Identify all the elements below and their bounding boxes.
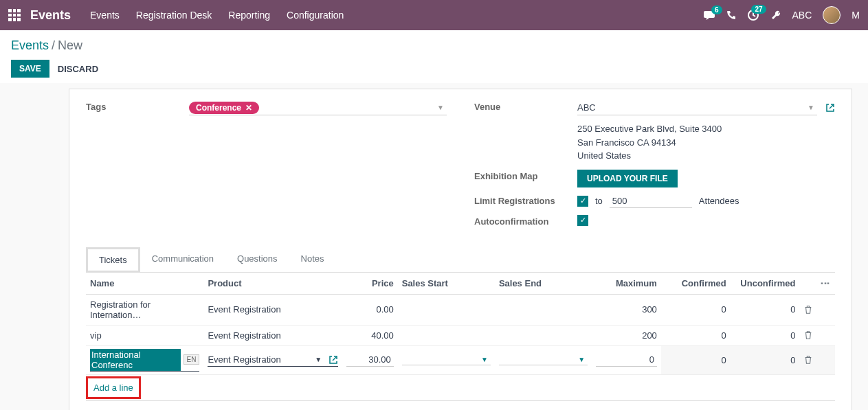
col-confirmed[interactable]: Confirmed xyxy=(661,273,731,295)
add-line-row: Add a line xyxy=(86,374,835,400)
autoconfirmation-label: Autoconfirmation xyxy=(474,215,577,227)
tools-icon[interactable] xyxy=(770,10,781,21)
messages-icon[interactable]: 6 xyxy=(703,10,715,21)
top-navbar: Events Events Registration Desk Reportin… xyxy=(0,0,868,30)
tab-questions[interactable]: Questions xyxy=(225,247,289,273)
sales-start-input[interactable]: ▼ xyxy=(402,354,491,365)
messages-badge: 6 xyxy=(711,5,722,14)
ticket-name-input[interactable]: International Conferenc EN xyxy=(90,349,199,372)
user-name[interactable]: ABC xyxy=(792,10,812,21)
nav-menu: Events Registration Desk Reporting Confi… xyxy=(90,10,703,21)
venue-field[interactable]: ABC ▼ xyxy=(577,100,817,115)
breadcrumb: Events/New xyxy=(11,38,857,53)
external-link-icon[interactable] xyxy=(329,355,338,365)
table-row[interactable]: vip Event Registration 40.00 200 0 0 xyxy=(86,325,835,345)
upload-file-button[interactable]: UPLOAD YOUR FILE xyxy=(577,170,678,187)
total-confirmed: 0 xyxy=(661,400,731,410)
col-product[interactable]: Product xyxy=(203,273,342,295)
product-select[interactable]: Event Registration ▼ xyxy=(208,353,338,367)
maximum-input[interactable] xyxy=(596,353,657,367)
form-left-col: Tags Conference ✕ ▼ xyxy=(86,100,447,234)
form-sheet: Tags Conference ✕ ▼ Venue ABC xyxy=(69,89,852,410)
tag-conference[interactable]: Conference ✕ xyxy=(189,102,259,114)
user-suffix: M xyxy=(852,10,860,21)
save-button[interactable]: SAVE xyxy=(11,60,49,78)
limit-value-input[interactable] xyxy=(610,194,692,208)
activities-badge: 27 xyxy=(751,5,766,14)
tab-notes[interactable]: Notes xyxy=(289,247,336,273)
tag-remove-icon[interactable]: ✕ xyxy=(245,103,252,113)
tags-label: Tags xyxy=(86,100,189,112)
page-header: Events/New SAVE DISCARD xyxy=(0,30,868,83)
tab-communication[interactable]: Communication xyxy=(140,247,225,273)
menu-registration-desk[interactable]: Registration Desk xyxy=(136,10,212,21)
col-maximum[interactable]: Maximum xyxy=(592,273,661,295)
chevron-down-icon: ▼ xyxy=(481,356,488,363)
breadcrumb-current: New xyxy=(58,38,82,52)
limit-registrations-label: Limit Registrations xyxy=(474,194,577,206)
tab-tickets[interactable]: Tickets xyxy=(86,247,140,273)
menu-configuration[interactable]: Configuration xyxy=(287,10,344,21)
chevron-down-icon[interactable]: ▼ xyxy=(312,356,324,363)
col-sales-start[interactable]: Sales Start xyxy=(398,273,495,295)
chevron-down-icon[interactable]: ▼ xyxy=(434,104,447,111)
phone-icon[interactable] xyxy=(726,10,736,20)
menu-reporting[interactable]: Reporting xyxy=(228,10,270,21)
menu-events[interactable]: Events xyxy=(90,10,120,21)
breadcrumb-root[interactable]: Events xyxy=(11,38,49,52)
limit-registrations-checkbox[interactable]: ✓ xyxy=(577,196,588,207)
limit-to-text: to xyxy=(595,196,603,206)
add-line-link[interactable]: Add a line xyxy=(86,376,141,399)
apps-icon[interactable] xyxy=(8,9,21,21)
table-row[interactable]: Registration for Internation… Event Regi… xyxy=(86,294,835,325)
venue-address: 250 Executive Park Blvd, Suite 3400 San … xyxy=(577,122,835,163)
lang-button[interactable]: EN xyxy=(183,354,200,365)
discard-button[interactable]: DISCARD xyxy=(58,64,98,74)
limit-suffix: Attendees xyxy=(699,196,739,206)
activities-icon[interactable]: 27 xyxy=(747,9,759,21)
autoconfirmation-checkbox[interactable]: ✓ xyxy=(577,215,588,226)
totals-row: 500 0 0 xyxy=(86,400,835,410)
chevron-down-icon: ▼ xyxy=(578,356,585,363)
chevron-down-icon[interactable]: ▼ xyxy=(805,104,817,111)
exhibition-map-label: Exhibition Map xyxy=(474,170,577,181)
tab-bar: Tickets Communication Questions Notes xyxy=(86,247,835,273)
table-options-icon[interactable]: ⋮ xyxy=(821,279,831,286)
col-name[interactable]: Name xyxy=(86,273,203,295)
tickets-table: Name Product Price Sales Start Sales End… xyxy=(86,273,835,411)
external-link-icon[interactable] xyxy=(825,103,835,113)
table-row-editing[interactable]: International Conferenc EN Event Registr… xyxy=(86,345,835,374)
sales-end-input[interactable]: ▼ xyxy=(499,354,588,365)
col-sales-end[interactable]: Sales End xyxy=(495,273,592,295)
topbar-right: 6 27 ABC M xyxy=(703,6,860,24)
trash-icon[interactable] xyxy=(804,306,812,314)
price-input[interactable] xyxy=(346,353,394,367)
total-maximum: 500 xyxy=(592,400,661,410)
app-brand[interactable]: Events xyxy=(30,8,71,23)
trash-icon[interactable] xyxy=(804,356,812,364)
total-unconfirmed: 0 xyxy=(731,400,800,410)
col-unconfirmed[interactable]: Unconfirmed xyxy=(731,273,800,295)
col-price[interactable]: Price xyxy=(342,273,398,295)
venue-name: ABC xyxy=(577,102,596,113)
venue-label: Venue xyxy=(474,100,577,112)
trash-icon[interactable] xyxy=(804,331,812,339)
form-right-col: Venue ABC ▼ 250 Executive Park Blvd, Sui… xyxy=(474,100,835,234)
avatar[interactable] xyxy=(823,6,841,24)
tags-field[interactable]: Conference ✕ ▼ xyxy=(189,100,447,115)
